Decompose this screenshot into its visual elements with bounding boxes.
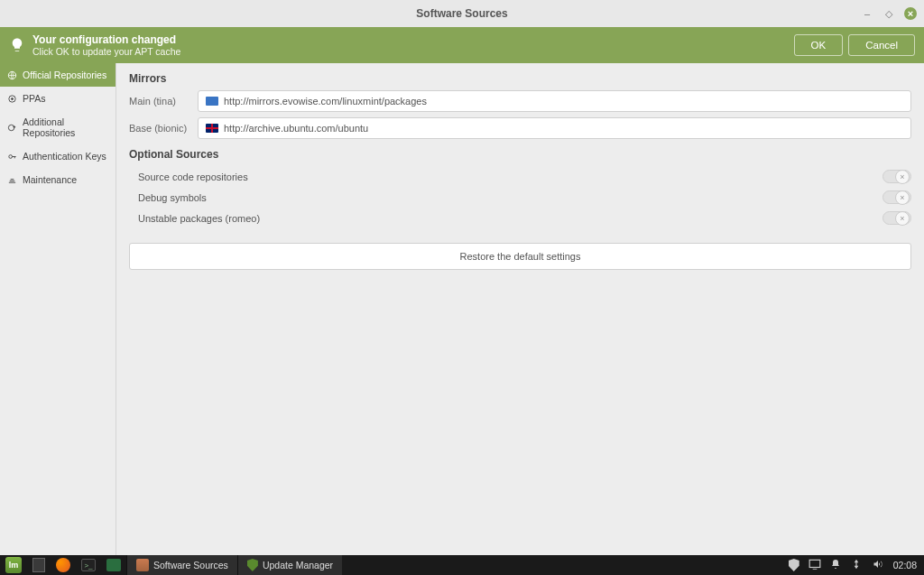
firefox-icon: [56, 558, 70, 572]
close-icon[interactable]: ×: [904, 7, 917, 20]
unstable-label: Unstable packages (romeo): [138, 213, 882, 224]
base-mirror-label: Base (bionic): [129, 123, 198, 134]
task-label: Software Sources: [153, 560, 228, 570]
volume-icon[interactable]: [872, 559, 884, 571]
svg-rect-5: [809, 560, 820, 567]
main-mirror-label: Main (tina): [129, 96, 198, 107]
clock[interactable]: 02:08: [893, 560, 917, 570]
sidebar-item-label: Additional Repositories: [23, 116, 108, 138]
main-mirror-url: http://mirrors.evowise.com/linuxmint/pac…: [224, 96, 427, 107]
menu-button[interactable]: lm: [0, 555, 27, 575]
mint-logo-icon: lm: [5, 557, 22, 573]
optional-sources-heading: Optional Sources: [129, 148, 911, 161]
desktop-icon: [32, 558, 45, 572]
sidebar-item-label: Maintenance: [23, 174, 77, 185]
sidebar-item-label: Official Repositories: [23, 70, 106, 80]
restore-defaults-button[interactable]: Restore the default settings: [129, 243, 911, 270]
sidebar-item-additional-repos[interactable]: Additional Repositories: [0, 110, 116, 144]
taskbar-task-software-sources[interactable]: Software Sources: [126, 555, 237, 575]
sidebar: Official Repositories PPAs Additional Re…: [0, 63, 116, 555]
maximize-icon[interactable]: ◇: [882, 7, 895, 20]
maintenance-icon: [7, 175, 17, 185]
window-controls: – ◇ ×: [861, 7, 917, 20]
debug-toggle[interactable]: [882, 190, 911, 204]
source-code-toggle[interactable]: [882, 170, 911, 183]
base-mirror-url: http://archive.ubuntu.com/ubuntu: [224, 123, 368, 134]
source-code-label: Source code repositories: [138, 172, 882, 182]
flag-icon: [206, 97, 218, 106]
globe-icon: [7, 70, 17, 80]
base-mirror-field[interactable]: http://archive.ubuntu.com/ubuntu: [198, 117, 911, 139]
mirrors-heading: Mirrors: [129, 72, 911, 85]
ok-button[interactable]: OK: [794, 34, 844, 56]
software-sources-icon: [136, 559, 149, 571]
mirror-row-main: Main (tina) http://mirrors.evowise.com/l…: [129, 90, 911, 112]
terminal-icon: >_: [81, 559, 96, 571]
cancel-button[interactable]: Cancel: [848, 34, 915, 56]
firefox-launcher[interactable]: [51, 555, 76, 575]
main-split: Official Repositories PPAs Additional Re…: [0, 63, 924, 555]
window-title: Software Sources: [416, 7, 507, 20]
sidebar-item-label: Authentication Keys: [23, 151, 106, 162]
banner-title: Your configuration changed: [32, 33, 789, 46]
option-row-debug: Debug symbols: [129, 187, 911, 208]
svg-point-4: [9, 154, 13, 158]
config-changed-banner: Your configuration changed Click OK to u…: [0, 27, 924, 63]
system-tray: 02:08: [781, 558, 924, 572]
sidebar-item-official-repos[interactable]: Official Repositories: [0, 63, 116, 87]
minimize-icon[interactable]: –: [861, 7, 873, 20]
key-icon: [7, 152, 17, 162]
debug-label: Debug symbols: [138, 192, 882, 203]
content-area: Mirrors Main (tina) http://mirrors.evowi…: [116, 63, 924, 555]
notification-bell-icon[interactable]: [830, 558, 841, 572]
sidebar-item-ppas[interactable]: PPAs: [0, 87, 116, 110]
banner-message: Your configuration changed Click OK to u…: [32, 33, 789, 58]
update-manager-icon: [247, 559, 258, 571]
lightbulb-icon: [9, 37, 25, 53]
ppa-icon: [7, 94, 17, 104]
unstable-toggle[interactable]: [882, 211, 911, 225]
task-label: Update Manager: [263, 560, 333, 570]
sidebar-item-label: PPAs: [23, 93, 45, 104]
banner-subtitle: Click OK to update your APT cache: [32, 46, 789, 58]
screen-icon[interactable]: [808, 559, 821, 571]
files-launcher[interactable]: [101, 555, 126, 575]
option-row-unstable: Unstable packages (romeo): [129, 208, 911, 228]
mirror-row-base: Base (bionic) http://archive.ubuntu.com/…: [129, 117, 911, 139]
flag-uk-icon: [206, 124, 218, 133]
shield-icon[interactable]: [789, 559, 799, 571]
taskbar-task-update-manager[interactable]: Update Manager: [237, 555, 342, 575]
main-mirror-field[interactable]: http://mirrors.evowise.com/linuxmint/pac…: [198, 90, 911, 112]
folder-icon: [106, 559, 121, 571]
sidebar-item-maintenance[interactable]: Maintenance: [0, 168, 116, 191]
plus-globe-icon: [7, 123, 17, 133]
svg-point-2: [11, 97, 14, 100]
option-row-source-code: Source code repositories: [129, 166, 911, 187]
taskbar: lm >_ Software Sources Update Manager 02…: [0, 555, 924, 575]
svg-point-3: [8, 125, 14, 130]
terminal-launcher[interactable]: >_: [76, 555, 101, 575]
network-icon[interactable]: [850, 558, 863, 572]
titlebar: Software Sources – ◇ ×: [0, 0, 924, 27]
show-desktop-button[interactable]: [27, 555, 51, 575]
sidebar-item-auth-keys[interactable]: Authentication Keys: [0, 144, 116, 168]
